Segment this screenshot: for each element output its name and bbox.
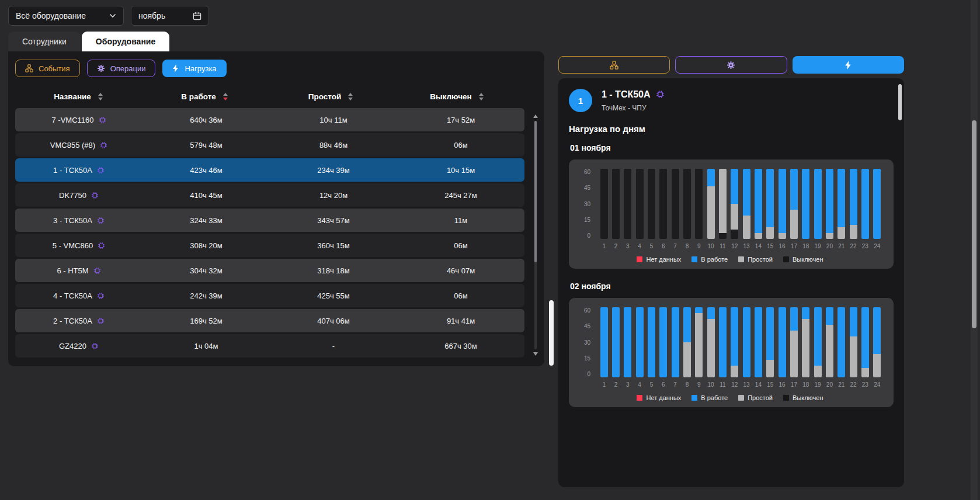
window-scrollbar-thumb[interactable]: [972, 120, 976, 328]
table-scrollbar-track[interactable]: [534, 121, 537, 349]
chart-bar: [598, 169, 610, 239]
scroll-down-icon[interactable]: [533, 352, 538, 356]
chart-bar: [812, 307, 823, 377]
chart-bar: [681, 307, 693, 377]
lightning-icon: [172, 64, 179, 72]
x-tick: 5: [645, 381, 657, 388]
equipment-row[interactable]: 1 - ТСК50А423ч 46м234ч 39м10ч 15м: [15, 158, 524, 182]
column-header-label: В работе: [181, 92, 216, 101]
equipment-row[interactable]: VMC855 (#8)579ч 48м88ч 46м06м: [15, 133, 524, 157]
operations-filter-button[interactable]: Операции: [87, 60, 156, 77]
tab-employees[interactable]: Сотрудники: [8, 32, 81, 51]
window-scrollbar[interactable]: [971, 0, 978, 500]
y-tick: 45: [584, 185, 590, 191]
legend-swatch: [691, 395, 697, 401]
sort-control[interactable]: [479, 93, 484, 100]
column-header: Простой: [267, 92, 394, 101]
y-tick: 60: [584, 169, 590, 175]
events-icon: [25, 64, 33, 72]
table-scrollbar[interactable]: [532, 114, 539, 356]
sort-control[interactable]: [348, 93, 353, 100]
cell-off: 245ч 27м: [397, 191, 524, 200]
legend-swatch: [738, 256, 744, 262]
sort-control[interactable]: [98, 93, 103, 100]
topbar: Всё оборудование ноябрь: [0, 0, 980, 32]
detail-subtitle: ТочМех - ЧПУ: [602, 104, 665, 112]
cell-work: 169ч 52м: [143, 317, 270, 325]
x-tick: 17: [788, 243, 800, 249]
cell-work: 308ч 20м: [143, 241, 270, 250]
chart-bar: [812, 169, 823, 239]
cell-name: 1 - ТСК50А: [15, 166, 143, 175]
x-tick: 12: [729, 381, 741, 388]
equipment-row[interactable]: 2 - ТСК50А169ч 52м407ч 06м91ч 41м: [15, 309, 524, 332]
sort-up-icon: [348, 93, 353, 96]
equipment-row[interactable]: 4 - ТСК50А242ч 39м425ч 55м06м: [15, 284, 524, 307]
day-chart-block: 01 ноября6045301501234567891011121314151…: [569, 143, 894, 269]
section-title: Нагрузка по дням: [569, 124, 894, 134]
x-tick: 2: [610, 381, 621, 388]
sort-down-icon: [479, 98, 484, 100]
right-column: 1 1 - ТСК50А ТочМех - ЧПУ Нагрузка по дн…: [558, 32, 904, 487]
chart-bar: [752, 169, 764, 239]
y-axis: 604530150: [575, 307, 596, 377]
x-tick: 8: [681, 381, 693, 388]
x-tick: 12: [729, 243, 741, 249]
month-select[interactable]: ноябрь: [131, 6, 209, 26]
equipment-select[interactable]: Всё оборудование: [8, 6, 124, 26]
equipment-row[interactable]: 7 -VMC1160640ч 36м10ч 11м17ч 52м: [15, 108, 524, 131]
x-tick: 1: [598, 381, 610, 388]
tab-equipment[interactable]: Оборудование: [82, 32, 169, 51]
chart-bar: [800, 307, 812, 377]
load-view-button[interactable]: [793, 56, 904, 74]
cell-off: 667ч 30м: [397, 342, 524, 350]
table-scrollbar-thumb[interactable]: [534, 121, 537, 262]
detail-title-text: 1 - ТСК50А: [602, 89, 651, 100]
x-tick: 3: [622, 243, 634, 249]
cell-name: 4 - ТСК50А: [15, 291, 143, 300]
scroll-up-icon[interactable]: [533, 114, 538, 118]
cell-idle: 234ч 39м: [270, 166, 397, 175]
detail-panel: 1 1 - ТСК50А ТочМех - ЧПУ Нагрузка по дн…: [558, 78, 904, 487]
y-tick: 15: [584, 355, 590, 362]
x-tick: 20: [823, 381, 835, 388]
detail-panel-scrollbar-thumb[interactable]: [898, 84, 902, 120]
panel-divider-scrollbar-thumb[interactable]: [549, 300, 554, 366]
legend-swatch: [637, 256, 642, 262]
equipment-select-value: Всё оборудование: [16, 11, 86, 20]
equipment-row[interactable]: DK7750410ч 45м12ч 20м245ч 27м: [15, 183, 524, 207]
x-tick: 9: [693, 243, 705, 249]
cell-off: 17ч 52м: [397, 116, 524, 124]
panel-divider-scrollbar[interactable]: [548, 32, 555, 347]
operations-view-button[interactable]: [675, 56, 787, 74]
chip-icon: [91, 342, 99, 350]
load-filter-button[interactable]: Нагрузка: [162, 60, 226, 77]
x-tick: 21: [836, 381, 847, 388]
x-tick: 20: [823, 243, 835, 249]
events-filter-button[interactable]: События: [15, 60, 80, 77]
x-tick: 16: [776, 381, 788, 388]
chip-icon: [99, 116, 106, 124]
legend-item: Нет данных: [637, 394, 681, 401]
chart-legend: Нет данныхВ работеПростойВыключен: [575, 256, 885, 263]
equipment-row[interactable]: 3 - ТСК50А324ч 33м343ч 57м11м: [15, 209, 524, 232]
chart-bar: [859, 169, 871, 239]
chart-bar: [693, 169, 705, 239]
legend-item: В работе: [691, 256, 728, 263]
chart-bar: [669, 307, 681, 377]
x-tick: 22: [847, 243, 859, 249]
x-tick: 7: [669, 381, 681, 388]
y-tick: 0: [587, 232, 590, 239]
cell-off: 06м: [397, 241, 524, 250]
legend-item: Нет данных: [637, 256, 681, 263]
x-axis: 123456789101112131415161718192021222324: [596, 243, 885, 249]
equipment-row[interactable]: 5 - VMC860308ч 20м360ч 15м06м: [15, 234, 524, 257]
sort-control[interactable]: [223, 93, 228, 100]
column-header-label: Название: [54, 92, 91, 101]
x-tick: 13: [741, 243, 752, 249]
chart-bar: [705, 169, 717, 239]
equipment-row[interactable]: 6 - НТ5М304ч 32м318ч 18м46ч 07м: [15, 259, 524, 282]
events-view-button[interactable]: [558, 56, 670, 74]
y-tick: 0: [587, 371, 590, 377]
equipment-row[interactable]: GZ42201ч 04м-667ч 30м: [15, 334, 524, 357]
